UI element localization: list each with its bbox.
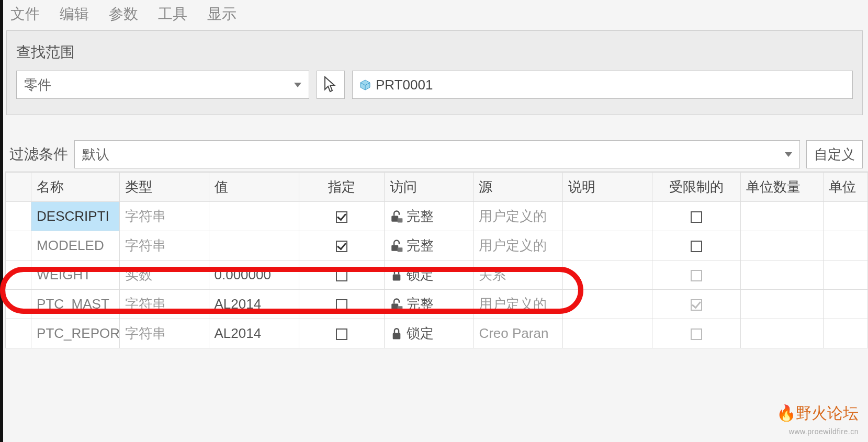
cell-unit[interactable]: [823, 319, 867, 348]
scope-type-dropdown[interactable]: 零件: [16, 71, 309, 99]
cell-type[interactable]: 字符串: [119, 319, 209, 348]
row-handle[interactable]: [6, 202, 31, 231]
cell-type[interactable]: 实数: [119, 260, 209, 290]
cell-access[interactable]: 锁定: [384, 260, 474, 290]
col-qty[interactable]: 单位数量: [740, 173, 823, 202]
cursor-icon: [323, 76, 339, 94]
spec-checkbox[interactable]: [336, 270, 347, 281]
access-text: 锁定: [407, 324, 434, 343]
cell-value[interactable]: [209, 202, 299, 231]
spec-checkbox[interactable]: [336, 299, 347, 311]
cell-value[interactable]: 0.000000: [209, 260, 299, 290]
cell-access[interactable]: 完整: [384, 202, 474, 231]
spec-checkbox[interactable]: [336, 328, 347, 340]
menu-file[interactable]: 文件: [10, 4, 40, 24]
cell-access[interactable]: 完整: [384, 231, 474, 260]
menu-display[interactable]: 显示: [207, 4, 236, 24]
filter-label: 过滤条件: [9, 144, 68, 164]
customize-button[interactable]: 自定义: [806, 140, 863, 168]
col-spec[interactable]: 指定: [299, 173, 384, 202]
col-name[interactable]: 名称: [31, 173, 120, 202]
filter-value: 默认: [82, 145, 109, 164]
cell-restricted: [652, 319, 740, 348]
cell-desc[interactable]: [563, 231, 652, 260]
pick-selector-button[interactable]: [317, 71, 345, 99]
cell-type[interactable]: 字符串: [119, 290, 209, 319]
cell-type[interactable]: 字符串: [119, 202, 209, 231]
cell-source[interactable]: 关系: [474, 260, 563, 290]
filter-dropdown[interactable]: 默认: [74, 140, 800, 168]
cell-source[interactable]: Creo Paran: [474, 319, 563, 348]
window-left-border: [0, 0, 3, 442]
col-value[interactable]: 值: [209, 173, 299, 202]
spec-checkbox[interactable]: [336, 211, 347, 223]
cell-qty[interactable]: [740, 319, 823, 348]
restricted-checkbox: [691, 299, 702, 311]
menu-tools[interactable]: 工具: [158, 4, 187, 24]
cell-qty[interactable]: [740, 260, 823, 290]
col-access[interactable]: 访问: [384, 173, 474, 202]
cell-qty[interactable]: [740, 231, 823, 260]
cell-name[interactable]: DESCRIPTI: [31, 202, 120, 231]
cell-desc[interactable]: [563, 319, 652, 348]
row-handle[interactable]: [6, 319, 31, 348]
cell-desc[interactable]: [563, 260, 652, 290]
cell-name[interactable]: WEIGHT: [31, 260, 120, 290]
table-row[interactable]: PTC_MAST字符串AL2014完整用户定义的: [6, 290, 868, 319]
table-row[interactable]: WEIGHT实数0.000000锁定关系: [6, 260, 868, 290]
part-cube-icon: [359, 78, 371, 91]
cell-value[interactable]: AL2014: [209, 319, 299, 348]
chevron-down-icon: [294, 83, 301, 87]
cell-restricted: [652, 202, 740, 231]
cell-source[interactable]: 用户定义的: [474, 290, 563, 319]
cell-access[interactable]: 完整: [384, 290, 474, 319]
restricted-checkbox[interactable]: [691, 211, 702, 223]
spec-checkbox[interactable]: [336, 241, 347, 252]
cell-qty[interactable]: [740, 202, 823, 231]
locked-lock-icon: [390, 268, 403, 282]
row-handle[interactable]: [6, 260, 31, 290]
cell-value[interactable]: [209, 231, 299, 260]
cell-unit[interactable]: [823, 260, 867, 290]
table-row[interactable]: DESCRIPTI字符串完整用户定义的: [6, 202, 868, 231]
chevron-down-icon: [785, 152, 792, 157]
restricted-checkbox[interactable]: [691, 241, 702, 252]
cell-qty[interactable]: [740, 290, 823, 319]
cell-name[interactable]: MODELED: [31, 231, 120, 260]
cell-unit[interactable]: [823, 202, 867, 231]
cell-spec: [299, 202, 384, 231]
row-handle[interactable]: [6, 231, 31, 260]
cell-source[interactable]: 用户定义的: [474, 231, 563, 260]
cell-spec: [299, 319, 384, 348]
table-row[interactable]: PTC_REPOR字符串AL2014锁定Creo Paran: [6, 319, 868, 348]
menu-edit[interactable]: 编辑: [60, 4, 89, 24]
part-name-field[interactable]: PRT0001: [352, 71, 853, 99]
unlocked-lock-icon: [390, 239, 403, 253]
cell-restricted: [652, 260, 740, 290]
access-text: 锁定: [407, 266, 434, 284]
cell-type[interactable]: 字符串: [119, 231, 209, 260]
cell-unit[interactable]: [823, 290, 867, 319]
access-text: 完整: [407, 236, 434, 255]
table-row[interactable]: MODELED字符串完整用户定义的: [6, 231, 868, 260]
cell-name[interactable]: PTC_MAST: [31, 290, 120, 319]
scope-type-value: 零件: [24, 76, 51, 94]
col-source[interactable]: 源: [474, 173, 563, 202]
cell-name[interactable]: PTC_REPOR: [31, 319, 120, 348]
cell-access[interactable]: 锁定: [384, 319, 474, 348]
col-desc[interactable]: 说明: [563, 173, 652, 202]
flame-icon: 🔥: [776, 404, 796, 422]
col-restricted[interactable]: 受限制的: [652, 173, 740, 202]
col-unit[interactable]: 单位: [823, 173, 867, 202]
cell-source[interactable]: 用户定义的: [474, 202, 563, 231]
cell-unit[interactable]: [823, 231, 867, 260]
scope-label: 查找范围: [16, 42, 853, 62]
row-handle[interactable]: [6, 290, 31, 319]
col-type[interactable]: 类型: [119, 173, 209, 202]
watermark-brand: 野火论坛: [796, 404, 859, 422]
cell-value[interactable]: AL2014: [209, 290, 299, 319]
cell-desc[interactable]: [563, 290, 652, 319]
watermark: 🔥野火论坛 www.proewildfire.cn: [776, 405, 859, 437]
cell-desc[interactable]: [563, 202, 652, 231]
menu-params[interactable]: 参数: [109, 4, 138, 24]
